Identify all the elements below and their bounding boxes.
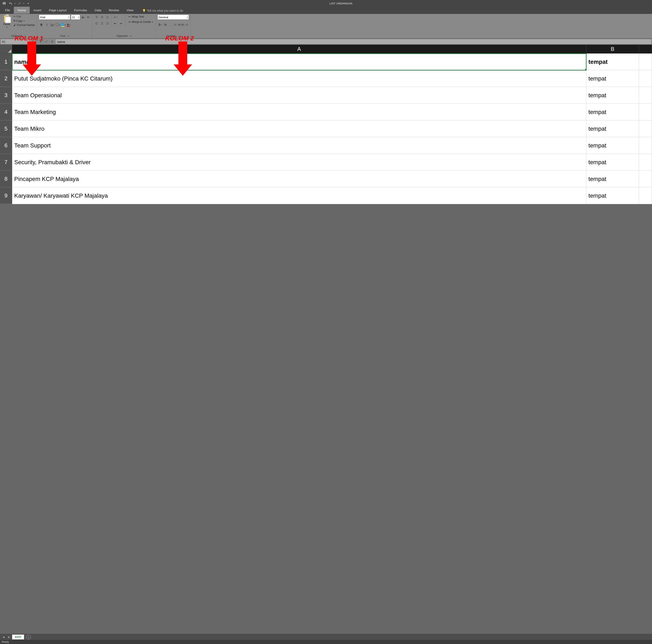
cell[interactable] [639, 104, 652, 120]
font-name-combobox[interactable]: Arial ▾ [39, 15, 70, 20]
increase-indent-button[interactable]: ⇥ [118, 21, 123, 26]
row-header[interactable]: 9 [0, 187, 12, 204]
save-icon[interactable] [1, 1, 7, 6]
cell[interactable]: tempat [586, 104, 639, 120]
column-header-A[interactable]: A [12, 45, 586, 54]
number-format-combobox[interactable]: General ▾ [158, 15, 189, 20]
formula-bar-resize[interactable]: ⋮ [32, 40, 38, 44]
sheet-nav-next[interactable]: ► [7, 635, 11, 639]
font-launcher-icon[interactable]: ↘ [67, 35, 69, 37]
chevron-down-icon[interactable]: ▾ [29, 41, 30, 43]
row-header[interactable]: 1 [0, 54, 12, 70]
decrease-font-size-button[interactable]: A▾ [86, 15, 90, 20]
bold-button[interactable]: B [39, 22, 44, 27]
tab-file[interactable]: File [1, 7, 14, 14]
cell[interactable]: Putut Sudjatmoko (Pinca KC Citarum) [12, 70, 586, 87]
cell[interactable]: Karyawan/ Karyawati KCP Majalaya [12, 187, 586, 204]
cell[interactable] [639, 54, 652, 70]
cell[interactable]: tempat [586, 154, 639, 171]
cell[interactable] [639, 171, 652, 187]
qat-customize[interactable]: ▾ [25, 1, 31, 6]
cell[interactable]: Team Support [12, 137, 586, 154]
undo-button[interactable] [8, 1, 13, 6]
cancel-formula-button[interactable]: ✕ [38, 39, 44, 44]
decrease-indent-button[interactable]: ⇤ [113, 21, 118, 26]
cell[interactable]: Security, Pramubakti & Driver [12, 154, 586, 171]
cell[interactable]: tempat [586, 137, 639, 154]
orientation-button[interactable]: ⤢▾ [113, 15, 118, 20]
column-header-C[interactable] [639, 45, 652, 54]
enter-formula-button[interactable]: ✓ [44, 39, 49, 44]
chevron-down-icon[interactable]: ▾ [67, 16, 69, 18]
tab-view[interactable]: View [123, 7, 137, 14]
percent-button[interactable]: % [163, 22, 168, 27]
tab-data[interactable]: Data [91, 7, 105, 14]
format-painter-button[interactable]: 🖌 Format Painter [13, 23, 35, 27]
cell[interactable] [639, 87, 652, 104]
cell[interactable]: Team Mikro [12, 120, 586, 137]
tell-me-search[interactable]: 💡 Tell me what you want to do [140, 8, 185, 14]
clipboard-launcher-icon[interactable]: ↘ [24, 35, 26, 37]
increase-decimal-button[interactable]: .0→.00 [174, 22, 181, 27]
cell[interactable]: tempat [586, 187, 639, 204]
sheet-tab-active[interactable]: ESTI [12, 635, 24, 639]
comma-style-button[interactable]: , [168, 22, 173, 27]
paste-button[interactable]: Paste ▾ [2, 15, 12, 28]
align-bottom-button[interactable] [105, 15, 110, 20]
row-header[interactable]: 5 [0, 120, 12, 137]
row-header[interactable]: 4 [0, 104, 12, 120]
tab-insert[interactable]: Insert [30, 7, 45, 14]
cell[interactable] [639, 137, 652, 154]
number-launcher-icon[interactable]: ↘ [178, 35, 180, 37]
chevron-down-icon[interactable]: ▾ [186, 16, 188, 18]
cell[interactable] [639, 154, 652, 171]
align-top-button[interactable] [94, 15, 99, 20]
tab-page-layout[interactable]: Page Layout [45, 7, 70, 14]
cell[interactable] [639, 70, 652, 87]
grid[interactable]: A B 1 nama tempat 2 Putut Sudjatmoko (Pi… [0, 45, 652, 634]
cell[interactable]: Pincapem KCP Majalaya [12, 171, 586, 187]
tab-review[interactable]: Review [105, 7, 123, 14]
row-header[interactable]: 7 [0, 154, 12, 171]
align-middle-button[interactable] [100, 15, 105, 20]
italic-button[interactable]: I [44, 22, 49, 27]
tab-formulas[interactable]: Formulas [70, 7, 91, 14]
alignment-launcher-icon[interactable]: ↘ [130, 35, 132, 37]
decrease-decimal-button[interactable]: .00→.0 [181, 22, 188, 27]
align-right-button[interactable] [105, 21, 110, 26]
add-sheet-button[interactable]: + [26, 635, 31, 639]
align-center-button[interactable] [100, 21, 105, 26]
column-header-B[interactable]: B [586, 45, 639, 54]
borders-button[interactable]: ▾ [55, 22, 60, 27]
cell[interactable] [639, 120, 652, 137]
cell[interactable] [639, 187, 652, 204]
wrap-text-button[interactable]: ↩ Wrap Text [128, 15, 154, 19]
cell[interactable]: tempat [586, 54, 639, 70]
align-left-button[interactable] [94, 21, 99, 26]
font-size-combobox[interactable]: 11 ▾ [71, 15, 80, 20]
chevron-down-icon[interactable]: ▾ [77, 16, 79, 18]
cut-button[interactable]: ✂ Cut [13, 15, 35, 18]
row-header[interactable]: 8 [0, 171, 12, 187]
redo-button[interactable] [17, 1, 22, 6]
cell[interactable]: Team Marketing [12, 104, 586, 120]
cell[interactable]: nama [12, 54, 586, 70]
cell[interactable]: Team Operasional [12, 87, 586, 104]
row-header[interactable]: 6 [0, 137, 12, 154]
row-header[interactable]: 2 [0, 70, 12, 87]
cell[interactable]: tempat [586, 120, 639, 137]
select-all-corner[interactable] [0, 45, 12, 54]
accounting-format-button[interactable]: $▾ [158, 22, 163, 27]
increase-font-size-button[interactable]: A▴ [81, 15, 85, 20]
underline-button[interactable]: U▾ [50, 22, 55, 27]
font-color-button[interactable]: A ▾ [66, 22, 71, 27]
tab-home[interactable]: Home [14, 7, 30, 14]
merge-center-button[interactable]: ⇔ Merge & Center ▾ [128, 20, 154, 24]
name-box[interactable]: A1 ▾ [0, 39, 32, 44]
cell[interactable]: tempat [586, 171, 639, 187]
formula-input[interactable]: nama [55, 39, 652, 44]
cell[interactable]: tempat [586, 70, 639, 87]
sheet-nav-prev[interactable]: ◄ [1, 635, 6, 639]
insert-function-button[interactable]: fx [49, 39, 55, 44]
fill-color-button[interactable]: 🪣 ▾ [61, 22, 66, 27]
